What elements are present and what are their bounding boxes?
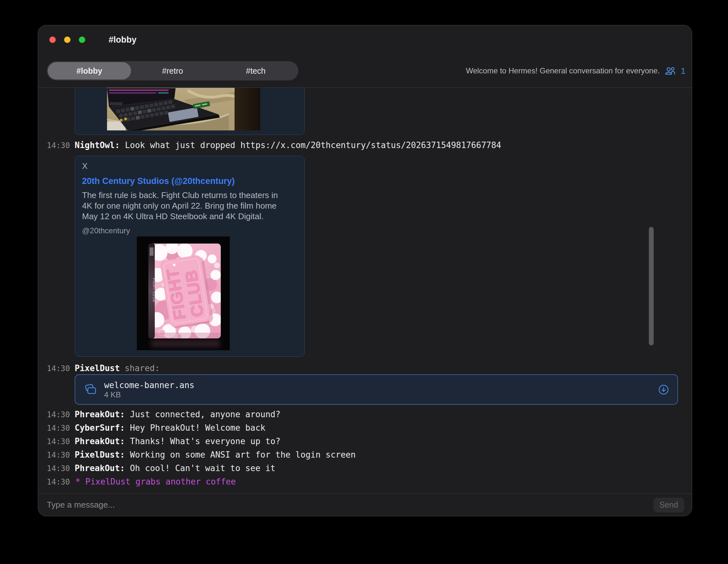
timestamp: 14:30 — [47, 363, 75, 374]
message-text: Working on some ANSI art for the login s… — [130, 450, 356, 460]
message-text: Look what just dropped — [125, 140, 235, 150]
channel-header: #lobby #retro #tech Welcome to Hermes! G… — [38, 54, 692, 88]
nickname: PhreakOut: — [75, 436, 125, 446]
download-icon — [658, 384, 669, 395]
nickname: NightOwl: — [75, 140, 120, 150]
tweet-author-link[interactable]: 20th Century Studios (@20thcentury) — [82, 176, 297, 186]
minimize-button[interactable] — [64, 37, 70, 43]
shared-label: shared: — [125, 363, 160, 373]
timestamp: 14:30 — [47, 423, 75, 433]
action-text: * PixelDust grabs another coffee — [75, 477, 236, 486]
message-row: 14:30CyberSurf:Hey PhreakOut! Welcome ba… — [47, 423, 265, 433]
tweet-handle: @20thcentury — [82, 226, 297, 235]
zoom-button[interactable] — [79, 37, 85, 43]
timestamp: 14:30 — [47, 450, 75, 460]
file-meta: welcome-banner.ans 4 KB — [104, 380, 194, 399]
composer: Send — [38, 493, 692, 516]
file-size: 4 KB — [104, 390, 194, 399]
channel-topic: Welcome to Hermes! General conversation … — [466, 66, 660, 75]
window-title: #lobby — [109, 35, 137, 45]
message-row: 14:30PixelDust:Working on some ANSI art … — [47, 450, 356, 460]
tab-lobby[interactable]: #lobby — [48, 62, 131, 79]
embed-site-label: X — [82, 161, 297, 171]
message-list[interactable]: 14:30NightOwl:Look what just droppedhttp… — [38, 88, 692, 493]
message-shared: 14:30PixelDustshared: — [47, 363, 160, 373]
file-name: welcome-banner.ans — [104, 380, 194, 390]
online-count: 1 — [681, 66, 685, 76]
member-count-button[interactable]: 1 — [665, 66, 685, 76]
nickname: PixelDust: — [75, 450, 125, 460]
tweet-embed-card: X 20th Century Studios (@20thcentury) Th… — [75, 156, 305, 357]
steelbook-spine-text: FIGHT CLUB — [152, 278, 156, 302]
tab-retro[interactable]: #retro — [131, 62, 214, 79]
tweet-link[interactable]: https://x.com/20thcentury/status/2026371… — [240, 140, 501, 150]
titlebar: #lobby — [38, 25, 692, 54]
embed-card-laptop — [75, 88, 305, 135]
tweet-text-line: May 12 on 4K Ultra HD Steelbook and 4K D… — [82, 211, 297, 222]
timestamp: 14:30 — [47, 463, 75, 474]
action-message-row: 14:30* PixelDust grabs another coffee — [47, 477, 236, 487]
tab-tech[interactable]: #tech — [214, 62, 297, 79]
message-text: Hey PhreakOut! Welcome back — [130, 423, 266, 433]
timestamp: 14:30 — [47, 477, 75, 487]
close-button[interactable] — [49, 37, 56, 43]
message-input[interactable] — [47, 500, 653, 510]
scrollbar-thumb[interactable] — [649, 227, 654, 345]
send-button[interactable]: Send — [653, 498, 684, 512]
nickname: CyberSurf: — [75, 423, 125, 433]
timestamp: 14:30 — [47, 140, 75, 151]
tweet-text-line: The first rule is back. Fight Club retur… — [82, 190, 297, 201]
message-row: 14:30PhreakOut:Thanks! What's everyone u… — [47, 436, 280, 446]
nickname: PixelDust — [75, 363, 120, 373]
tweet-text: The first rule is back. Fight Club retur… — [82, 190, 297, 222]
message-text: Oh cool! Can't wait to see it — [130, 463, 276, 473]
file-copy-icon — [84, 383, 98, 396]
chat-window: #lobby #lobby #retro #tech Welcome to He… — [38, 25, 692, 516]
desktop-background: #lobby #lobby #retro #tech Welcome to He… — [0, 0, 728, 564]
message-row: 14:30PhreakOut:Just connected, anyone ar… — [47, 409, 280, 419]
timestamp: 14:30 — [47, 410, 75, 420]
laptop-photo — [107, 88, 260, 130]
steelbook-image[interactable]: FIGHT CLUB — [137, 236, 230, 350]
timestamp: 14:30 — [47, 436, 75, 447]
message-text: Thanks! What's everyone up to? — [130, 436, 281, 446]
message-text: Just connected, anyone around? — [130, 410, 281, 419]
message-nightowl: 14:30NightOwl:Look what just droppedhttp… — [47, 140, 501, 150]
channel-info: Welcome to Hermes! General conversation … — [466, 66, 685, 76]
tweet-text-line: 4K for one night only on April 22. Bring… — [82, 201, 297, 211]
users-icon — [665, 66, 676, 76]
channel-tabs: #lobby #retro #tech — [47, 61, 298, 80]
nickname: PhreakOut: — [75, 463, 125, 473]
nickname: PhreakOut: — [75, 410, 125, 419]
download-button[interactable] — [658, 384, 669, 395]
message-row: 14:30PhreakOut:Oh cool! Can't wait to se… — [47, 463, 276, 473]
file-attachment-card[interactable]: welcome-banner.ans 4 KB — [75, 374, 678, 405]
